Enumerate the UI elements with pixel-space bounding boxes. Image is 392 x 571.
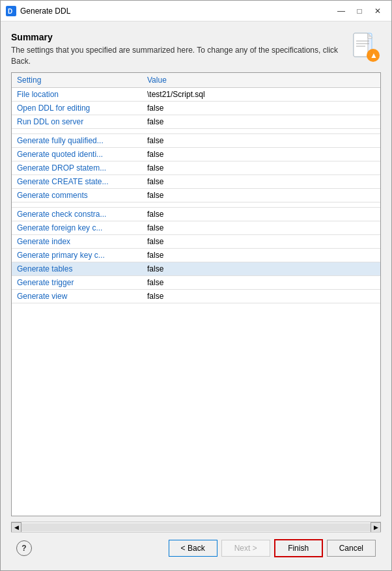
header-text: Summary The settings that you specified …	[11, 32, 343, 67]
table-row[interactable]: Generate triggerfalse	[12, 275, 380, 289]
page-description: The settings that you specified are summ…	[11, 45, 343, 67]
table-cell-value: false	[142, 133, 380, 147]
table-cell-setting: File location	[12, 87, 142, 101]
table-row[interactable]: Generate primary key c...false	[12, 248, 380, 262]
table-cell-value: false	[142, 147, 380, 161]
table-cell-value: false	[142, 101, 380, 115]
footer: ? < Back Next > Finish Cancel	[11, 532, 381, 565]
table-cell-value: false	[142, 289, 380, 303]
svg-text:D: D	[8, 8, 12, 15]
footer-divider	[11, 532, 381, 533]
next-button[interactable]: Next >	[221, 540, 270, 557]
table-row[interactable]: Generate CREATE state...false	[12, 174, 380, 188]
table-row[interactable]: Run DDL on serverfalse	[12, 115, 380, 128]
table-cell-value: false	[142, 207, 380, 221]
table-cell-setting: Generate check constra...	[12, 207, 142, 221]
table-cell-setting: Generate primary key c...	[12, 248, 142, 262]
maximize-button[interactable]: □	[351, 4, 368, 18]
back-button[interactable]: < Back	[169, 540, 217, 557]
table-row[interactable]: Generate fully qualified...false	[12, 133, 380, 147]
table-cell-value: false	[142, 262, 380, 275]
page-title: Summary	[11, 32, 343, 42]
table-row[interactable]: Generate tablesfalse	[12, 262, 380, 275]
table-row[interactable]: Generate DROP statem...false	[12, 161, 380, 174]
horizontal-scrollbar[interactable]: ◀ ▶	[11, 522, 381, 532]
page-icon: ▲	[350, 32, 381, 63]
table-cell-setting: Generate foreign key c...	[12, 221, 142, 234]
scroll-right-button[interactable]: ▶	[371, 522, 381, 533]
settings-table: Setting Value File location\test21/Scrip…	[12, 73, 380, 303]
table-cell-value: false	[142, 161, 380, 174]
table-gap-row	[12, 128, 380, 133]
main-window: D Generate DDL — □ ✕ Summary The setting…	[0, 0, 392, 571]
table-gap-row	[12, 202, 380, 207]
table-cell-setting: Generate trigger	[12, 275, 142, 289]
help-button[interactable]: ?	[16, 540, 32, 556]
app-icon: D	[6, 6, 16, 16]
window-controls: — □ ✕	[333, 4, 386, 18]
cancel-button[interactable]: Cancel	[327, 540, 376, 557]
table-cell-setting: Generate view	[12, 289, 142, 303]
footer-buttons: ? < Back Next > Finish Cancel	[11, 539, 381, 565]
table-cell-value: \test21/Script.sql	[142, 87, 380, 101]
table-row[interactable]: Generate check constra...false	[12, 207, 380, 221]
table-cell-value: false	[142, 221, 380, 234]
table-cell-setting: Generate CREATE state...	[12, 174, 142, 188]
title-bar: D Generate DDL — □ ✕	[1, 1, 391, 21]
table-row[interactable]: Open DDL for editingfalse	[12, 101, 380, 115]
table-cell-setting: Generate DROP statem...	[12, 161, 142, 174]
table-cell-value: false	[142, 248, 380, 262]
table-cell-setting: Generate comments	[12, 188, 142, 202]
table-cell-setting: Generate quoted identi...	[12, 147, 142, 161]
table-cell-value: false	[142, 115, 380, 128]
page-header: Summary The settings that you specified …	[11, 32, 381, 67]
table-cell-value: false	[142, 234, 380, 248]
table-row[interactable]: Generate viewfalse	[12, 289, 380, 303]
table-row[interactable]: Generate quoted identi...false	[12, 147, 380, 161]
settings-table-container[interactable]: Setting Value File location\test21/Scrip…	[11, 72, 381, 516]
col-value: Value	[142, 73, 380, 88]
close-button[interactable]: ✕	[369, 4, 386, 18]
table-row[interactable]: Generate indexfalse	[12, 234, 380, 248]
table-cell-setting: Open DDL for editing	[12, 101, 142, 115]
svg-rect-3	[354, 33, 368, 57]
table-row[interactable]: Generate foreign key c...false	[12, 221, 380, 234]
table-row[interactable]: File location\test21/Script.sql	[12, 87, 380, 101]
scroll-left-button[interactable]: ◀	[11, 522, 21, 533]
scrollbar-track[interactable]	[21, 523, 371, 531]
minimize-button[interactable]: —	[333, 4, 350, 18]
table-cell-setting: Generate fully qualified...	[12, 133, 142, 147]
table-cell-value: false	[142, 174, 380, 188]
table-row[interactable]: Generate commentsfalse	[12, 188, 380, 202]
table-cell-setting: Generate index	[12, 234, 142, 248]
window-title: Generate DDL	[20, 7, 333, 16]
finish-button[interactable]: Finish	[274, 539, 323, 557]
table-cell-setting: Generate tables	[12, 262, 142, 275]
table-cell-value: false	[142, 188, 380, 202]
table-cell-value: false	[142, 275, 380, 289]
col-setting: Setting	[12, 73, 142, 88]
table-header-row: Setting Value	[12, 73, 380, 88]
svg-text:▲: ▲	[370, 51, 378, 60]
content-area: Summary The settings that you specified …	[1, 21, 391, 570]
table-cell-setting: Run DDL on server	[12, 115, 142, 128]
